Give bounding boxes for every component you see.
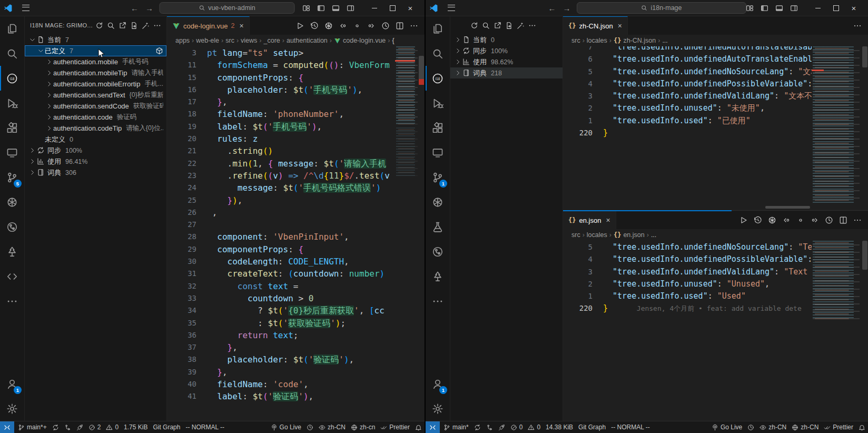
activity-account[interactable]: 1	[0, 371, 24, 396]
activity-monitor[interactable]	[0, 140, 24, 165]
menu-icon[interactable]	[22, 5, 29, 11]
activity-debug[interactable]	[0, 91, 24, 115]
activity-ext[interactable]	[0, 115, 24, 140]
status-globe-zh-cn[interactable]: zh-cn	[348, 421, 378, 433]
status-warn-0[interactable]: 0	[525, 421, 543, 433]
menu-icon[interactable]	[448, 5, 455, 11]
sidebar-action-openext-icon[interactable]	[494, 22, 501, 29]
tree-item[interactable]: 当前0	[450, 34, 563, 45]
activity-openai[interactable]	[0, 190, 24, 214]
editor-action-clockb-icon[interactable]	[381, 22, 390, 30]
minimap[interactable]	[812, 46, 862, 210]
tree-item[interactable]: 词典306	[25, 167, 166, 178]
editor-action-more-icon[interactable]	[853, 22, 862, 30]
chevron-right-icon[interactable]	[28, 147, 36, 154]
editor-tab[interactable]: {}zh-CN.json×	[563, 16, 628, 35]
code-editor[interactable]: 3pt lang="ts" setup>11 formSchema = comp…	[167, 46, 395, 421]
chevron-right-icon[interactable]	[453, 47, 462, 54]
activity-tree[interactable]	[426, 264, 450, 289]
chevron-right-icon[interactable]	[453, 70, 462, 76]
tree-item[interactable]: authentication.sendText{0}秒后重新...	[25, 90, 166, 101]
customize-layout-icon[interactable]	[302, 4, 310, 12]
activity-more[interactable]	[0, 289, 24, 313]
editor-action-circ-icon[interactable]	[353, 22, 361, 30]
tab-close-icon[interactable]: ×	[618, 22, 622, 30]
activity-search[interactable]	[426, 41, 450, 66]
editor-tab[interactable]: {}en.json×	[563, 211, 616, 229]
status-remote[interactable]	[0, 421, 14, 433]
sidebar-action-refresh-icon[interactable]	[95, 22, 103, 29]
activity-gear[interactable]	[426, 396, 450, 421]
editor-action-openai-icon[interactable]	[768, 216, 776, 224]
chevron-right-icon[interactable]	[45, 92, 53, 99]
scrollbar[interactable]	[418, 46, 425, 421]
toggle-panel-icon[interactable]	[775, 4, 783, 12]
editor-action-split-icon[interactable]	[396, 22, 404, 30]
activity-files[interactable]	[426, 16, 450, 41]
nav-back-icon[interactable]: ←	[547, 4, 557, 13]
chevron-right-icon[interactable]	[45, 103, 53, 110]
activity-account[interactable]: 1	[426, 371, 450, 396]
breadcrumb-file[interactable]: code-login.vue	[343, 37, 386, 44]
activity-tree[interactable]	[0, 239, 24, 264]
editor-action-circL-icon[interactable]	[782, 216, 791, 224]
activity-gitgraph[interactable]	[0, 214, 24, 239]
status-clockb[interactable]	[745, 421, 757, 433]
status-error-2[interactable]: 2	[86, 421, 104, 433]
status-eye-zh-CN[interactable]: zh-CN	[757, 421, 789, 433]
status-branch-main*+[interactable]: main*+	[15, 421, 50, 433]
status-text---NORMAL--[interactable]: -- NORMAL --	[183, 421, 227, 433]
chevron-right-icon[interactable]	[453, 58, 462, 65]
status-text-14.38KiB[interactable]: 14.38 KiB	[543, 421, 576, 433]
chevron-right-icon[interactable]	[453, 36, 462, 43]
breadcrumb[interactable]: apps›web-ele›src›views›_core›authenticat…	[167, 35, 425, 46]
chevron-down-icon[interactable]	[28, 36, 36, 43]
status-golive-GoLive[interactable]: Go Live	[268, 421, 304, 433]
nav-forward-icon[interactable]: →	[145, 4, 154, 13]
activity-code[interactable]	[0, 264, 24, 289]
editor-tab[interactable]: code-login.vue2×	[167, 16, 250, 35]
tree-item[interactable]: 使用96.41%	[25, 156, 166, 167]
breadcrumb-item[interactable]: _core	[264, 37, 280, 44]
breadcrumb-item[interactable]: locales	[587, 231, 607, 239]
chevron-down-icon[interactable]	[36, 47, 45, 54]
activity-mage[interactable]: i18	[426, 66, 450, 91]
chevron-right-icon[interactable]	[28, 158, 36, 165]
chevron-right-icon[interactable]	[45, 70, 53, 76]
tree-item[interactable]: 同步100%	[450, 45, 563, 56]
activity-ext[interactable]	[426, 115, 450, 140]
editor-action-play-icon[interactable]	[296, 22, 304, 30]
minimap[interactable]	[812, 241, 862, 421]
activity-openai[interactable]	[426, 190, 450, 214]
status-text---NORMAL--[interactable]: -- NORMAL --	[608, 421, 653, 433]
maximize-button[interactable]	[383, 0, 401, 16]
status-warn-0[interactable]: 0	[103, 421, 121, 433]
breadcrumb-item[interactable]: views	[241, 37, 257, 44]
minimize-button[interactable]	[366, 0, 383, 16]
breadcrumb-item[interactable]: apps	[175, 37, 190, 44]
activity-scm[interactable]: 5	[0, 165, 24, 190]
sidebar-action-wand-icon[interactable]	[517, 22, 525, 29]
tree-item[interactable]: authentication.codeTip请输入{0}位...	[25, 123, 166, 134]
editor-action-circ-icon[interactable]	[796, 216, 805, 224]
maximize-button[interactable]	[827, 0, 845, 16]
chevron-right-icon[interactable]	[45, 125, 53, 132]
tree-item[interactable]: 词典218	[450, 67, 563, 78]
breadcrumb-item[interactable]: locales	[587, 37, 607, 44]
tree-item[interactable]: 使用98.62%	[450, 56, 563, 67]
tab-close-icon[interactable]: ×	[240, 22, 244, 30]
chevron-right-icon[interactable]	[45, 58, 53, 65]
box-icon[interactable]	[155, 47, 163, 55]
breadcrumb-item[interactable]: web-ele	[196, 37, 219, 44]
sidebar-action-search-icon[interactable]	[107, 22, 115, 29]
activity-more[interactable]	[426, 289, 450, 313]
status-syncs[interactable]	[50, 421, 62, 433]
chevron-right-icon[interactable]	[28, 169, 36, 176]
status-golive-GoLive[interactable]: Go Live	[709, 421, 745, 433]
tree-item[interactable]: authentication.mobile手机号码	[25, 56, 166, 67]
activity-monitor[interactable]	[426, 140, 450, 165]
nav-forward-icon[interactable]: →	[562, 4, 571, 13]
status-bell[interactable]	[412, 421, 425, 433]
command-center-search[interactable]: i18n-mage	[577, 2, 746, 14]
breadcrumb-item[interactable]: src	[571, 37, 580, 44]
